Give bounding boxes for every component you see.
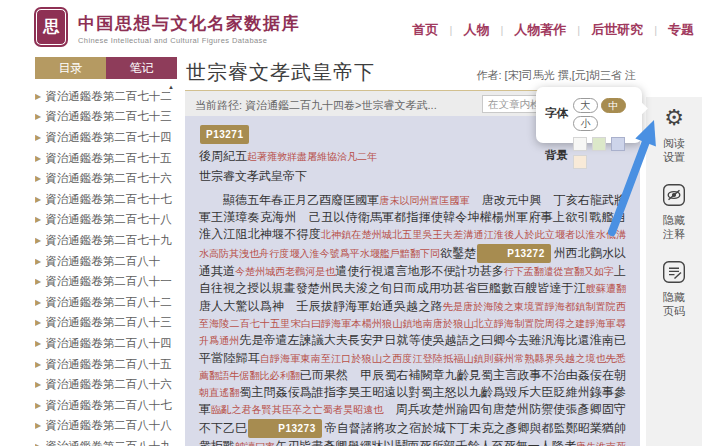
toc-item-label: 資治通鑑卷第二百八十九 [45,439,172,446]
main-text: 後周紀五 [199,149,247,163]
hide-annotations-label: 隐藏注释 [661,213,687,241]
eye-slash-icon [661,182,687,208]
main-text: 唐人大驚以爲神 壬辰拔靜海軍始通吳越之路 [199,299,443,313]
site-subtitle: Chinese Intellectual and Cultural Figure… [78,36,267,45]
bg-swatch-1[interactable] [573,137,587,151]
annotation-text: 唐末以同州置匡國軍 [379,195,469,206]
toc-item-label: 資治通鑑卷第二百八十六 [45,377,172,392]
toc-item[interactable]: ▶資治通鑑卷第二百七十六 [35,168,177,189]
font-size-large[interactable]: 大 [573,98,598,113]
triangle-icon: ▶ [35,318,41,327]
bg-swatch-2[interactable] [592,137,606,151]
font-size-options: 大中小 [573,95,634,131]
page-badge[interactable]: P13273 [248,419,321,438]
toc-item[interactable]: ▶資治通鑑卷第二百八十 [35,251,177,272]
toc-item-label: 資治通鑑卷第二百八十三 [45,315,172,330]
app-header: 思 中国思想与文化名家数据库 Chinese Intellectual and … [0,0,720,56]
toc-item[interactable]: ▶資治通鑑卷第二百八十九 [35,436,177,446]
toc-item[interactable]: ▶資治通鑑卷第二百八十八 [35,416,177,437]
paragraph: 顯德五年春正月乙酉廢匡國軍唐末以同州置匡國軍 唐改元中興 丁亥右龍武將軍王漢璋奏… [199,192,626,446]
site-title: 中国思想与文化名家数据库 [78,12,300,35]
reading-settings-button[interactable]: ⚙ 阅读设置 [661,105,687,164]
tab-notes[interactable]: 笔记 [106,57,177,79]
bg-swatches [573,137,634,173]
hide-annotations-button[interactable]: 隐藏注释 [661,182,687,241]
toc-item[interactable]: ▶資治通鑑卷第二百八十七 [35,395,177,416]
annotation-text: 臨亂之君各賢其臣卒之亡蜀者昊昭遠也 [211,404,383,415]
nav-item-research[interactable]: 后世研究 [591,21,643,39]
triangle-icon: ▶ [35,257,41,266]
page-title: 世宗睿文孝武皇帝下 [186,59,375,86]
nav-item-works[interactable]: 人物著作 [514,21,566,39]
main-nav: 首页|人物|人物著作|后世研究|专题 [413,21,694,39]
annotation-text: 行下孟翻遣從宣翻又如字 [504,266,614,277]
toc-item-label: 資治通鑑卷第二百八十五 [45,357,172,372]
breadcrumb: 当前路径: 資治通鑑二百九十四卷>世宗睿文孝武... [195,98,437,113]
toc-item-label: 資治通鑑卷第二百八十 [45,254,160,269]
nav-separator: | [500,24,503,36]
bg-swatch-3[interactable] [611,137,625,151]
scroll-up-icon[interactable]: ▲ [168,84,174,90]
annotation-text: 今楚州城西老鸛河是也 [235,266,335,277]
triangle-icon: ▶ [35,133,41,142]
toc-item-label: 資治通鑑卷第二百七十六 [45,171,172,186]
toc-item[interactable]: ▶資治通鑑卷第二百八十一 [35,271,177,292]
main-text: 矢刃皆盡彥卿舉繩牀以鬭而死所部千餘人至死無一人降者 [275,439,576,446]
toc-item[interactable]: ▶資治通鑑卷第二百七十三 [35,107,177,128]
toc-item[interactable]: ▶資治通鑑卷第二百七十八 [35,210,177,231]
toc-item[interactable]: ▶資治通鑑卷第二百七十二 [35,86,177,107]
toc-item-label: 資治通鑑卷第二百七十三 [45,109,172,124]
font-size-label: 字体 [545,106,568,121]
toc-item[interactable]: ▶資治通鑑卷第二百八十六 [35,374,177,395]
toc-item-label: 資治通鑑卷第二百七十五 [45,151,172,166]
toc-item[interactable]: ▶資治通鑑卷第二百八十二 [35,292,177,313]
nav-item-figures[interactable]: 人物 [463,21,489,39]
triangle-icon: ▶ [35,277,41,286]
logo-seal-icon: 思 [36,9,66,45]
background-label: 背景 [545,148,568,163]
page-badge[interactable]: P13272 [477,244,550,263]
nav-item-home[interactable]: 首页 [413,21,439,39]
page-badge[interactable]: P13271 [200,125,249,144]
toc-item[interactable]: ▶資治通鑑卷第二百八十三 [35,313,177,334]
annotation-text: 朝直遙翻 [199,387,239,398]
triangle-icon: ▶ [35,339,41,348]
toc-item-label: 資治通鑑卷第二百七十四 [45,130,172,145]
toc-item-label: 資治通鑑卷第二百七十七 [45,192,172,207]
toc-item-label: 資治通鑑卷第二百八十二 [45,295,172,310]
main-text: 欲鑿楚 [440,246,476,260]
reading-settings-label: 阅读设置 [661,136,687,164]
hide-page-numbers-button[interactable]: 隐藏页码 [661,259,687,318]
bg-swatch-4[interactable] [573,155,587,169]
triangle-icon: ▶ [35,401,41,410]
toc-item[interactable]: ▶資治通鑑卷第二百七十九 [35,230,177,251]
main-text: 世宗睿文孝武皇帝下 [199,169,307,183]
sidebar-tabs: 目录笔记 [35,57,177,79]
triangle-icon: ▶ [35,298,41,307]
toc-item[interactable]: ▶資治通鑑卷第二百七十四 [35,127,177,148]
annotation-text: 起著雍敦牂盡屠維協洽凡二年 [247,151,377,162]
toc-item[interactable]: ▶資治通鑑卷第二百八十五 [35,354,177,375]
nav-separator: | [654,24,657,36]
author-line: 作者: [宋]司馬光 撰,[元]胡三省 注 [476,68,636,83]
nav-item-topics[interactable]: 专题 [668,21,694,39]
reading-settings-popup: 字体 大中小 背景 [536,87,642,143]
toc-item[interactable]: ▶資治通鑑卷第二百八十四 [35,333,177,354]
triangle-icon: ▶ [35,380,41,389]
toc-item-label: 資治通鑑卷第二百七十九 [45,233,172,248]
toc-item[interactable]: ▶資治通鑑卷第二百七十七 [35,189,177,210]
main-text: 顯德五年春正月乙酉廢匡國軍 [223,193,379,207]
tool-rail: ⚙ 阅读设置 隐藏注释 隐藏页码 [646,97,702,446]
tab-toc[interactable]: 目录 [35,57,106,79]
toc-item[interactable]: ▶資治通鑑卷第二百七十五 [35,148,177,169]
main-text: 已而果然 甲辰蜀右補闕章九齡見蜀主言政事不治由姦佞在朝 [300,368,626,382]
toc-item-label: 資治通鑑卷第二百七十二 [45,89,172,104]
toc-list: ▶資治通鑑卷第二百七十二▶資治通鑑卷第二百七十三▶資治通鑑卷第二百七十四▶資治通… [35,86,177,446]
left-sidebar: 目录笔记 ▲ ▶資治通鑑卷第二百七十二▶資治通鑑卷第二百七十三▶資治通鑑卷第二百… [35,57,177,446]
triangle-icon: ▶ [35,154,41,163]
page-slash-icon [661,259,687,285]
annotation-text: 艘蘇遭翻 [586,283,626,294]
font-size-medium[interactable]: 中 [601,98,626,113]
font-size-small[interactable]: 小 [573,116,598,131]
nav-separator: | [577,24,580,36]
